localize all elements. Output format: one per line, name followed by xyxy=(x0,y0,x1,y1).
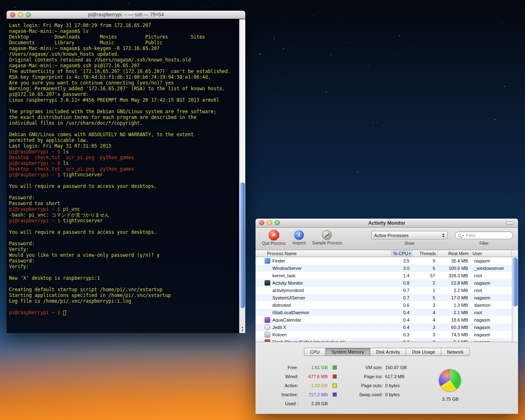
terminal-text-segment: Last login: Fri May 31 17:00:29 from 172… xyxy=(9,23,151,28)
terminal-scroll-thumb[interactable] xyxy=(240,183,245,308)
process-row[interactable]: AquaCalendar0.4418.6 MBnagasm xyxy=(256,316,512,324)
terminal-line: Last login: Fri May 31 07:31:05 2013 xyxy=(9,143,245,149)
terminal-text-segment: Would you like to enter a view-only pass… xyxy=(9,252,160,258)
process-list-scroll-thumb[interactable] xyxy=(513,258,518,306)
terminal-scrollbar[interactable]: ▲▼ xyxy=(239,19,245,333)
terminal-text-segment: tightvncserver xyxy=(63,218,103,224)
tab-system-memory[interactable]: System Memory xyxy=(326,348,370,356)
sample-process-label: Sample Process xyxy=(312,241,342,245)
process-user: nagasm xyxy=(471,331,512,338)
close-button[interactable] xyxy=(259,220,264,225)
process-user: root xyxy=(471,272,512,279)
process-name-cell: Jedit X xyxy=(256,324,392,331)
process-real-mem: 35.4 MB xyxy=(438,257,471,265)
process-row[interactable]: Finder3.5935.4 MBnagasm xyxy=(256,257,512,265)
process-row[interactable]: iStatLocalDaemon0.442.1 MBroot xyxy=(256,309,512,316)
sample-process-button[interactable]: Sample Process xyxy=(312,230,342,245)
process-row[interactable]: activitymonitord0.712.2 MBroot xyxy=(256,287,512,294)
tab-disk-activity[interactable]: Disk Activity xyxy=(370,348,406,356)
terminal-body[interactable]: Last login: Fri May 31 17:00:29 from 172… xyxy=(7,19,245,333)
process-name-cell: Flash Player (Safari Internet plug-in) xyxy=(256,338,392,342)
terminal-title: pi@raspberrypi: ~ — ssh — 79×54 xyxy=(88,12,164,18)
show-popup-value: Active Processes xyxy=(374,233,442,238)
terminal-text-segment: Desktop check.txt ocr_pi.png python_game… xyxy=(9,155,134,160)
inspect-button[interactable]: i Inspect xyxy=(292,230,306,245)
flag-app-icon xyxy=(265,317,270,323)
scroll-arrow-buttons[interactable]: ▲▼ xyxy=(240,326,245,332)
terminal-line: Desktop check.txt ocr_pi.png python_game… xyxy=(9,155,245,160)
minimize-button[interactable] xyxy=(18,12,23,17)
terminal-line xyxy=(9,189,245,195)
column-header-user[interactable]: User xyxy=(471,250,512,257)
desktop: pi@raspberrypi: ~ — ssh — 79×54 Last log… xyxy=(0,0,525,420)
filter-placeholder: Filter xyxy=(466,233,476,238)
process-row[interactable]: Kotoeri0.3374.5 MBnagasm xyxy=(256,331,512,338)
process-name-cell: distnoted xyxy=(256,301,392,309)
terminal-line: Password: xyxy=(9,258,245,264)
column-headers: Process Name % CPU ▼ Threads Real Mem Us… xyxy=(256,250,518,257)
terminal-text-segment: nagasm-Mac-mini:~ nagasm$ ssh pi@172.16.… xyxy=(9,63,140,68)
process-cpu: 0.3 xyxy=(392,338,412,342)
terminal-text-segment: permitted by applicable law. xyxy=(9,137,89,143)
process-name: Kotoeri xyxy=(272,331,287,338)
process-row[interactable]: Flash Player (Safari Internet plug-in)0.… xyxy=(256,338,512,342)
terminal-text-segment: Debian GNU/Linux comes with ABSOLUTELY N… xyxy=(9,132,194,137)
cpu-header-label: % CPU xyxy=(393,251,408,256)
process-row[interactable]: SystemUIServer0.7517.0 MBnagasm xyxy=(256,294,512,301)
terminal-line: Debian GNU/Linux comes with ABSOLUTELY N… xyxy=(9,132,245,137)
process-user: nagasm xyxy=(471,324,512,331)
column-header-threads[interactable]: Threads xyxy=(412,250,438,257)
process-row[interactable]: kernel_task1.457328.3 MBroot xyxy=(256,272,512,279)
zoom-button[interactable] xyxy=(275,220,280,225)
terminal-text-segment: The authenticity of host '172.16.65.207 … xyxy=(9,68,231,74)
terminal-text-segment: the exact distribution terms for each pr… xyxy=(9,114,196,120)
show-popup-button[interactable]: Active Processes xyxy=(371,231,447,240)
column-header-cpu[interactable]: % CPU ▼ xyxy=(392,250,412,257)
terminal-text-segment: Desktop Downloads Movies Pictures Sites xyxy=(9,34,205,40)
terminal-text-segment: pi@raspberrypi ~ $ xyxy=(9,218,63,224)
process-real-mem: 1.3 MB xyxy=(438,301,471,309)
activity-monitor-titlebar[interactable]: Activity Monitor xyxy=(256,219,518,228)
terminal-line: pi@raspberrypi ~ $ xyxy=(9,310,245,315)
terminal-line: RSA key fingerprint is 4c:f8:4d:b3:f1:db… xyxy=(9,74,245,80)
terminal-text-segment: You will require a password to access yo… xyxy=(9,229,157,235)
column-header-real-mem[interactable]: Real Mem xyxy=(438,250,471,257)
process-threads: 5 xyxy=(412,265,438,272)
terminal-titlebar[interactable]: pi@raspberrypi: ~ — ssh — 79×54 xyxy=(7,11,245,19)
terminal-text-segment: pi@raspberrypi ~ $ xyxy=(9,172,63,178)
terminal-text-segment: Log file is /home/pi/.vnc/raspberrypi:1.… xyxy=(9,298,131,304)
process-name: Flash Player (Safari Internet plug-in) xyxy=(272,338,345,342)
process-row[interactable]: WindowServer3.05100.6 MB_windowserver xyxy=(256,265,512,272)
process-cpu: 0.4 xyxy=(392,316,412,324)
tab-network[interactable]: Network xyxy=(441,348,470,356)
terminal-line xyxy=(9,224,245,229)
process-row[interactable]: distnoted0.631.3 MBdaemon xyxy=(256,301,512,309)
active-value: 1.02 GB xyxy=(298,383,328,388)
minimize-button[interactable] xyxy=(267,220,272,225)
quit-process-button[interactable]: Quit Process xyxy=(262,230,285,246)
terminal-text-segment: ls xyxy=(63,160,69,166)
free-value: 1.61 GB xyxy=(298,365,328,370)
process-name: SystemUIServer xyxy=(272,294,305,301)
column-header-process-name[interactable]: Process Name xyxy=(256,250,392,257)
filter-search-field[interactable]: Filter xyxy=(455,231,513,239)
process-threads: 3 xyxy=(412,338,438,342)
close-button[interactable] xyxy=(10,12,15,17)
tab-cpu[interactable]: CPU xyxy=(304,348,326,356)
process-row[interactable]: Jedit X0.4360.3 MBnagasm xyxy=(256,324,512,331)
total-memory-label: 3.75 GB xyxy=(430,397,471,402)
toolbar-toggle-button[interactable] xyxy=(506,221,514,225)
swap-used-label: Swap used: xyxy=(354,392,383,397)
terminal-text-segment: pi@raspberrypi ~ $ xyxy=(9,206,63,212)
quit-process-label: Quit Process xyxy=(262,241,285,246)
process-user: nagasm xyxy=(471,338,512,342)
tab-disk-usage[interactable]: Disk Usage xyxy=(406,348,441,356)
bottom-panel: CPUSystem MemoryDisk ActivityDisk UsageN… xyxy=(256,342,518,414)
process-row[interactable]: Activity Monitor0.8222.8 MBnagasm xyxy=(256,279,512,287)
process-list-scrollbar[interactable] xyxy=(512,257,518,342)
zoom-button[interactable] xyxy=(26,12,31,17)
process-threads: 9 xyxy=(412,257,438,265)
terminal-text-segment: pi_vnc xyxy=(63,206,80,212)
page-outs-value: 0 bytes xyxy=(385,383,399,388)
terminal-line: Password: xyxy=(9,195,245,201)
